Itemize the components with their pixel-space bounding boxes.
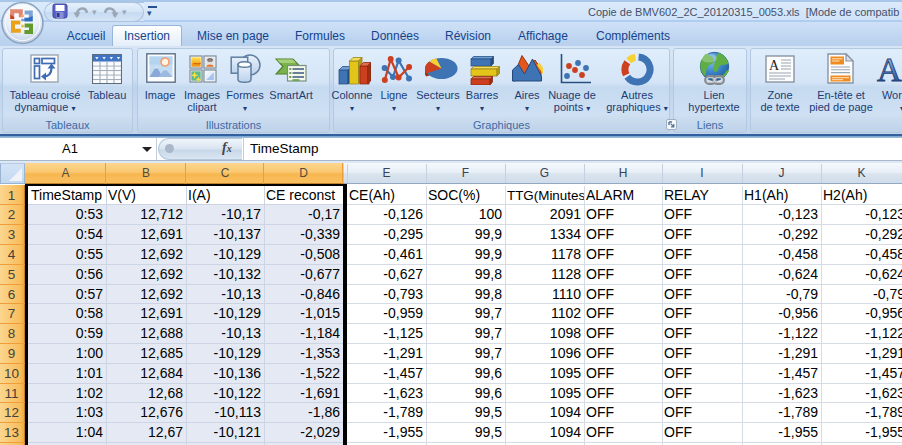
svg-text:A: A	[769, 58, 780, 73]
svg-text:A: A	[877, 52, 902, 85]
